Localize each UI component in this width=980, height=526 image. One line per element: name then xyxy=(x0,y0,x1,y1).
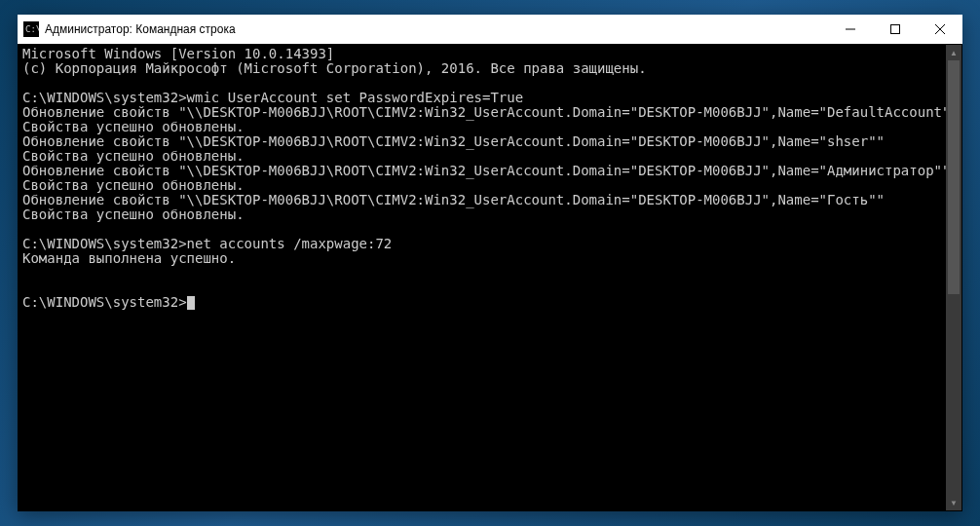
terminal-line: Свойства успешно обновлены. xyxy=(22,207,245,222)
terminal-line: C:\WINDOWS\system32>net accounts /maxpwa… xyxy=(22,236,392,251)
minimize-button[interactable] xyxy=(828,15,873,44)
scrollbar[interactable]: ▲ ▼ xyxy=(946,45,961,510)
terminal-line: Свойства успешно обновлены. xyxy=(22,119,245,134)
maximize-button[interactable] xyxy=(873,15,918,44)
terminal-line: Команда выполнена успешно. xyxy=(22,250,236,266)
cmd-icon: C:\ xyxy=(23,21,39,37)
window-title: Администратор: Командная строка xyxy=(45,22,828,36)
scrollbar-down-arrow[interactable]: ▼ xyxy=(946,495,961,510)
terminal-output[interactable]: Microsoft Windows [Version 10.0.14393] (… xyxy=(19,45,946,510)
terminal-line: Обновление свойств "\\DESKTOP-M006BJJ\RO… xyxy=(22,104,946,120)
scrollbar-up-arrow[interactable]: ▲ xyxy=(946,45,961,60)
terminal-line: Обновление свойств "\\DESKTOP-M006BJJ\RO… xyxy=(22,192,885,207)
terminal-line: Обновление свойств "\\DESKTOP-M006BJJ\RO… xyxy=(22,163,946,178)
terminal-line: Microsoft Windows [Version 10.0.14393] xyxy=(22,46,334,61)
terminal-prompt: C:\WINDOWS\system32> xyxy=(22,294,187,310)
window-controls xyxy=(828,15,962,44)
svg-text:C:\: C:\ xyxy=(25,24,39,34)
titlebar[interactable]: C:\ Администратор: Командная строка xyxy=(18,15,962,44)
close-button[interactable] xyxy=(918,15,962,44)
command-prompt-window: C:\ Администратор: Командная строка Micr… xyxy=(18,15,962,511)
terminal-line: Свойства успешно обновлены. xyxy=(22,177,245,193)
svg-rect-4 xyxy=(891,25,900,34)
terminal-container: Microsoft Windows [Version 10.0.14393] (… xyxy=(18,44,962,511)
terminal-line: (с) Корпорация Майкрософт (Microsoft Cor… xyxy=(22,60,647,76)
scrollbar-thumb[interactable] xyxy=(948,60,960,294)
terminal-line: Обновление свойств "\\DESKTOP-M006BJJ\RO… xyxy=(22,133,885,149)
terminal-line: C:\WINDOWS\system32>wmic UserAccount set… xyxy=(22,90,523,105)
terminal-line: Свойства успешно обновлены. xyxy=(22,148,245,164)
cursor xyxy=(187,296,195,310)
